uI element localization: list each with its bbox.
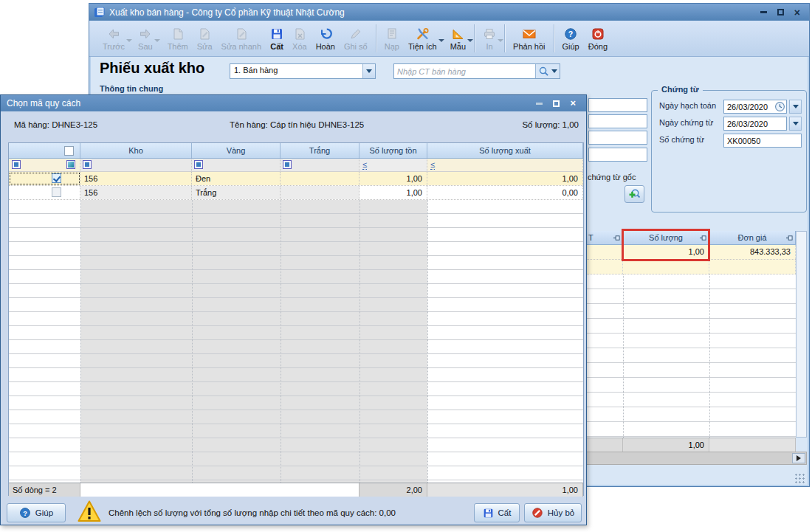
toolbar-tien-ich-button[interactable]: Tiện ích bbox=[404, 21, 441, 55]
power-close-icon bbox=[591, 26, 605, 41]
column-header-trang[interactable]: Trắng bbox=[281, 143, 359, 158]
toolbar-ghi-so-button[interactable]: Ghi sổ bbox=[340, 21, 372, 55]
select-all-column-header[interactable] bbox=[9, 143, 80, 158]
ngay-chung-tu-label: Ngày chứng từ bbox=[659, 118, 713, 127]
select-all-checkbox[interactable] bbox=[64, 146, 74, 156]
save-button[interactable]: Cất bbox=[474, 503, 520, 522]
pin-icon[interactable] bbox=[786, 235, 793, 241]
column-header-t[interactable]: T bbox=[585, 231, 623, 244]
pin-icon[interactable] bbox=[613, 235, 620, 241]
doc-type-dropdown-button[interactable] bbox=[362, 64, 375, 78]
doc-type-combobox[interactable]: 1. Bán hàng bbox=[230, 63, 376, 79]
toolbar-mau-button[interactable]: Mẫu bbox=[446, 21, 470, 55]
toolbar-hoan-button[interactable]: Hoàn bbox=[312, 21, 340, 55]
hidden-field-2[interactable] bbox=[588, 114, 647, 128]
grid-row-2[interactable]: 156 Trắng 1,00 0,00 bbox=[9, 186, 583, 200]
help-icon: ? bbox=[564, 26, 577, 41]
column-header-don-gia[interactable]: Đơn giá bbox=[709, 231, 796, 244]
forward-icon bbox=[138, 26, 152, 41]
hidden-field-3[interactable] bbox=[588, 131, 647, 145]
toolbar-sua-button[interactable]: Sửa bbox=[193, 21, 217, 55]
maximize-icon[interactable] bbox=[777, 9, 784, 15]
ten-hang-text: Tên hàng: Cáp tín hiệu DHNE3-125 bbox=[230, 120, 364, 129]
toolbar-giup-button[interactable]: ? Giúp bbox=[558, 21, 584, 55]
page-title: Phiếu xuất kho bbox=[100, 60, 204, 77]
chungtu-title: Chứng từ bbox=[658, 85, 703, 94]
filter-icon[interactable] bbox=[83, 160, 92, 169]
detail-row-2[interactable] bbox=[585, 260, 796, 274]
filter-icon[interactable] bbox=[194, 160, 203, 169]
less-equal-operator[interactable]: ≤ bbox=[362, 160, 367, 170]
hidden-field-1[interactable] bbox=[588, 98, 647, 112]
cancel-button[interactable]: Hủy bỏ bbox=[524, 503, 582, 522]
toolbar-sau-button[interactable]: Sau bbox=[134, 21, 157, 55]
toolbar-phan-hoi-button[interactable]: Phản hồi bbox=[509, 21, 549, 55]
so-chung-tu-field[interactable] bbox=[723, 134, 802, 148]
minimize-icon[interactable] bbox=[760, 11, 767, 13]
column-header-kho[interactable]: Kho bbox=[80, 143, 192, 158]
toolbar-in-button[interactable]: In bbox=[478, 21, 500, 55]
toolbar-xoa-button[interactable]: Xóa bbox=[288, 21, 312, 55]
less-equal-operator[interactable]: ≤ bbox=[430, 160, 435, 170]
hidden-field-4[interactable] bbox=[588, 148, 647, 162]
quick-edit-icon bbox=[235, 26, 248, 41]
warning-message: Chênh lệch số lượng với tổng số lượng nh… bbox=[109, 508, 396, 517]
help-icon: ? bbox=[19, 507, 31, 519]
chevron-down-icon[interactable] bbox=[154, 39, 160, 42]
toolbar-nap-button[interactable]: Nạp bbox=[380, 21, 404, 55]
grid-filter-row: ≤ ≤ bbox=[9, 159, 583, 172]
chevron-down-icon bbox=[551, 69, 557, 73]
chungtu-groupbox: Chứng từ Ngày hạch toán Ngày chứng từ Số… bbox=[651, 90, 807, 213]
back-icon bbox=[107, 26, 121, 41]
column-header-ton[interactable]: Số lượng tồn bbox=[359, 143, 427, 158]
save-icon bbox=[483, 508, 494, 519]
scroll-right-button[interactable] bbox=[792, 453, 805, 463]
toolbar-truoc-button[interactable]: Trước bbox=[98, 21, 129, 55]
row-checkbox-checked[interactable] bbox=[52, 173, 61, 183]
clock-icon[interactable] bbox=[774, 101, 785, 112]
toolbar-separator bbox=[504, 24, 505, 52]
resize-grip[interactable] bbox=[794, 473, 805, 483]
svg-text:?: ? bbox=[23, 510, 27, 517]
attach-search-button[interactable] bbox=[625, 185, 644, 203]
main-titlebar[interactable]: Xuất kho bán hàng - Công ty Cổ phần Kỹ t… bbox=[89, 4, 809, 21]
filter-icon[interactable] bbox=[12, 160, 21, 169]
toolbar-sua-nhanh-button[interactable]: Sửa nhanh bbox=[217, 21, 266, 55]
search-input[interactable] bbox=[394, 64, 535, 78]
quy-cach-grid: Kho Vàng Trắng Số lượng tồn Số lượng xuấ… bbox=[8, 142, 584, 496]
mail-icon bbox=[522, 26, 537, 41]
search-button[interactable] bbox=[535, 64, 560, 78]
close-icon[interactable]: × bbox=[794, 8, 800, 17]
ngay-hach-toan-dropdown[interactable] bbox=[789, 100, 802, 114]
minimize-icon[interactable] bbox=[536, 103, 543, 105]
vertical-scrollbar[interactable] bbox=[796, 231, 807, 438]
filter-icon[interactable] bbox=[66, 160, 75, 169]
toolbar-dong-button[interactable]: Đóng bbox=[584, 21, 612, 55]
app-icon bbox=[94, 7, 105, 18]
help-button[interactable]: ? Giúp bbox=[7, 503, 66, 522]
row-checkbox-unchecked[interactable] bbox=[52, 187, 61, 197]
chevron-down-icon[interactable] bbox=[498, 39, 503, 42]
search-plus-icon bbox=[628, 188, 641, 201]
toolbar-cat-button[interactable]: Cất bbox=[266, 21, 288, 55]
row-count: Số dòng = 2 bbox=[9, 483, 80, 497]
ngay-chung-tu-field[interactable] bbox=[723, 117, 787, 131]
so-chung-tu-label: Số chứng từ bbox=[659, 135, 704, 144]
chevron-down-icon bbox=[793, 122, 799, 125]
maximize-icon[interactable] bbox=[553, 100, 560, 107]
filter-icon[interactable] bbox=[283, 160, 292, 169]
chevron-down-icon[interactable] bbox=[126, 39, 132, 42]
close-icon[interactable]: × bbox=[570, 99, 576, 108]
template-ruler-icon bbox=[451, 26, 465, 41]
horizontal-scrollbar[interactable] bbox=[585, 452, 807, 465]
column-header-xuat[interactable]: Số lượng xuất bbox=[427, 143, 583, 158]
ngay-chung-tu-dropdown[interactable] bbox=[789, 117, 802, 131]
dialog-titlebar[interactable]: Chọn mã quy cách × bbox=[1, 95, 586, 111]
column-header-vang[interactable]: Vàng bbox=[192, 143, 281, 158]
chevron-down-icon[interactable] bbox=[467, 39, 473, 42]
grid-row-1[interactable]: 156 Đen 1,00 1,00 bbox=[9, 172, 583, 186]
toolbar-them-button[interactable]: Thêm bbox=[163, 21, 193, 55]
chevron-down-icon[interactable] bbox=[438, 39, 444, 42]
toolbar-separator bbox=[554, 24, 554, 52]
ngay-hach-toan-label: Ngày hạch toán bbox=[659, 101, 716, 110]
